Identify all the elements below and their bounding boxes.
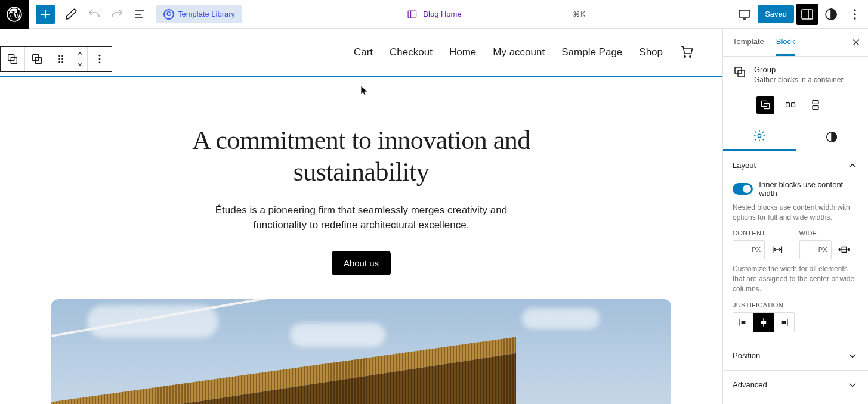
subtab-settings[interactable]: [723, 123, 796, 151]
hero-section: A commitment to innovation and sustainab…: [93, 77, 630, 299]
svg-point-21: [684, 55, 685, 57]
toolbar-right: Saved: [734, 4, 868, 25]
close-sidebar-button[interactable]: [847, 33, 866, 52]
svg-rect-2: [739, 10, 750, 17]
panel-position-label: Position: [733, 351, 760, 360]
command-shortcut: ⌘K: [573, 10, 586, 18]
cart-icon[interactable]: [679, 44, 694, 61]
svg-point-6: [854, 13, 855, 15]
move-up-button[interactable]: [73, 48, 87, 59]
panel-advanced-label: Advanced: [733, 380, 767, 389]
hero-heading[interactable]: A commitment to innovation and sustainab…: [141, 125, 582, 188]
justify-left[interactable]: [733, 313, 753, 332]
width-help: Customize the width for all elements tha…: [733, 264, 858, 294]
list-view-button[interactable]: [129, 4, 150, 25]
nav-item-account[interactable]: My account: [493, 46, 545, 58]
nav-item-home[interactable]: Home: [449, 46, 476, 58]
chevron-down-icon: [847, 379, 858, 391]
svg-point-7: [854, 17, 855, 19]
document-title: Blog Home: [423, 10, 461, 18]
block-name: Group: [754, 65, 845, 74]
settings-toggle[interactable]: [796, 4, 818, 25]
device-preview-button[interactable]: [734, 4, 755, 25]
block-card: Group Gather blocks in a container.: [723, 57, 868, 94]
chevron-down-icon: [847, 350, 858, 362]
template-library-button[interactable]: G Template Library: [156, 5, 242, 23]
document-switcher[interactable]: Blog Home: [406, 9, 461, 20]
svg-point-31: [758, 135, 761, 138]
content-width-help: Nested blocks use content width with opt…: [733, 203, 858, 223]
panel-layout-header[interactable]: Layout: [723, 151, 868, 180]
tab-template[interactable]: Template: [733, 29, 764, 56]
variant-row[interactable]: [781, 96, 799, 114]
svg-rect-1: [408, 11, 416, 18]
editor-canvas: site Cart Checkout Home My account Sampl…: [0, 29, 722, 404]
inserter-toggle[interactable]: [36, 5, 55, 24]
selected-group-block[interactable]: A commitment to innovation and sustainab…: [0, 76, 722, 404]
more-menu-button[interactable]: [844, 4, 866, 25]
svg-point-5: [854, 9, 855, 11]
inspector-subtabs: [723, 123, 868, 151]
workspace: site Cart Checkout Home My account Sampl…: [0, 29, 868, 404]
hero-cta-button[interactable]: About us: [332, 251, 391, 275]
hero-image-wrap: [0, 299, 722, 404]
content-label: CONTENT: [733, 229, 792, 237]
panel-advanced[interactable]: Advanced: [723, 370, 868, 399]
svg-rect-33: [742, 321, 746, 324]
hero-image[interactable]: [51, 299, 671, 404]
block-options-button[interactable]: [88, 47, 112, 71]
gear-icon: [753, 129, 766, 142]
content-width-input[interactable]: PX: [733, 240, 765, 259]
svg-point-18: [99, 55, 101, 57]
wide-width-icon[interactable]: [835, 241, 853, 259]
svg-rect-35: [782, 321, 786, 324]
tab-block[interactable]: Block: [776, 29, 795, 56]
subtab-styles[interactable]: [796, 123, 869, 151]
justify-right[interactable]: [774, 313, 794, 332]
nav-item-shop[interactable]: Shop: [639, 46, 663, 58]
template-library-label: Template Library: [178, 10, 235, 18]
svg-point-16: [58, 61, 60, 63]
variant-group[interactable]: [756, 96, 774, 114]
top-toolbar: G Template Library Blog Home ⌘K Saved: [0, 0, 868, 29]
drag-handle[interactable]: [49, 47, 73, 71]
save-button[interactable]: Saved: [758, 5, 794, 23]
styles-button[interactable]: [820, 4, 842, 25]
edit-mode-button[interactable]: [61, 4, 82, 25]
svg-point-20: [99, 61, 101, 63]
panel-position[interactable]: Position: [723, 341, 868, 370]
content-width-toggle[interactable]: [733, 183, 753, 195]
justification-label: JUSTIFICATION: [733, 302, 858, 309]
svg-rect-28: [792, 102, 795, 107]
wp-logo[interactable]: [0, 0, 29, 29]
hero-paragraph[interactable]: Études is a pioneering firm that seamles…: [194, 203, 529, 233]
mouse-cursor-icon: [360, 85, 369, 96]
content-width-icon[interactable]: [768, 241, 786, 259]
group-layout-variants: [723, 94, 868, 123]
contrast-icon: [825, 130, 838, 144]
variant-stack[interactable]: [807, 96, 824, 114]
svg-point-17: [61, 61, 63, 63]
undo-button[interactable]: [84, 4, 105, 25]
toolbar-left: G Template Library: [29, 4, 245, 25]
justify-center[interactable]: [753, 313, 774, 332]
site-nav: Cart Checkout Home My account Sample Pag…: [354, 44, 694, 61]
svg-point-19: [99, 58, 101, 60]
nav-item-cart[interactable]: Cart: [354, 46, 373, 58]
svg-rect-34: [761, 321, 766, 324]
svg-rect-27: [786, 102, 790, 107]
move-down-button[interactable]: [73, 59, 87, 70]
svg-point-14: [58, 58, 60, 60]
redo-button[interactable]: [106, 4, 128, 25]
nav-item-checkout[interactable]: Checkout: [390, 46, 433, 58]
group-block-icon: [733, 65, 747, 79]
settings-sidebar: Template Block Group Gather blocks in a …: [722, 29, 868, 404]
block-description: Gather blocks in a container.: [754, 75, 845, 85]
wide-label: WIDE: [799, 229, 859, 237]
block-type-button[interactable]: [25, 47, 49, 71]
wide-width-input[interactable]: PX: [799, 240, 832, 259]
parent-block-button[interactable]: [1, 47, 24, 71]
nav-item-sample[interactable]: Sample Page: [561, 46, 622, 58]
justification-segmented: [733, 312, 795, 332]
panel-layout-body: Inner blocks use content width Nested bl…: [723, 180, 868, 341]
